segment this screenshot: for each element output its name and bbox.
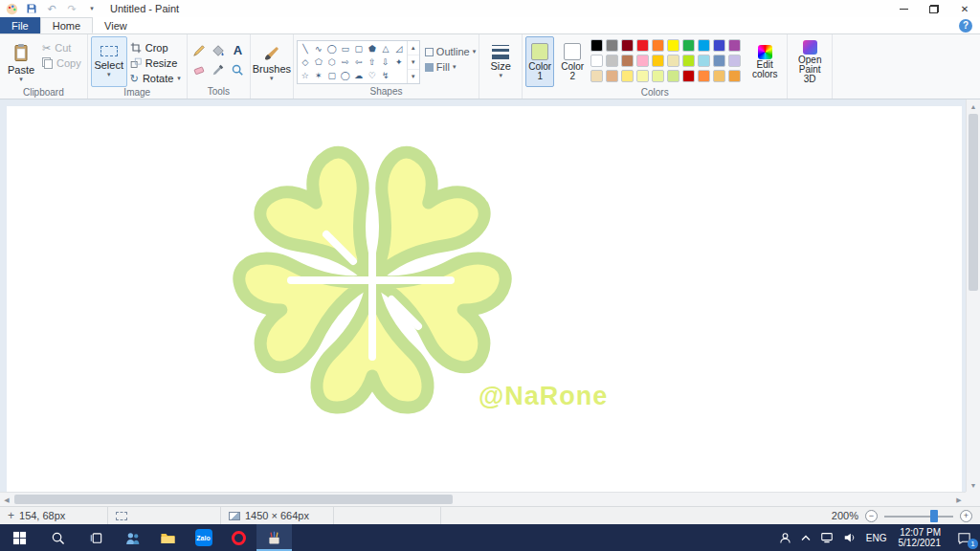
palette-swatch-0-0[interactable] (590, 39, 603, 52)
scroll-right-icon[interactable]: ▶ (952, 493, 966, 506)
shape-cell-2-0[interactable]: ☆ (299, 69, 312, 82)
zoom-in-button[interactable]: + (960, 510, 972, 522)
horizontal-scroll-thumb[interactable] (14, 495, 453, 504)
shape-cell-1-7[interactable]: ✦ (392, 55, 406, 69)
palette-swatch-1-3[interactable] (636, 55, 649, 67)
resize-button[interactable]: Resize (127, 55, 184, 71)
shape-cell-2-3[interactable]: ◯ (339, 69, 352, 82)
shape-cell-1-3[interactable]: ⇨ (339, 55, 352, 69)
shape-cell-0-3[interactable]: ▭ (339, 42, 352, 55)
shape-cell-1-0[interactable]: ◇ (299, 55, 312, 69)
magnifier-tool[interactable] (229, 60, 247, 78)
tab-view[interactable]: View (93, 17, 139, 33)
palette-swatch-0-4[interactable] (652, 39, 664, 52)
outline-button[interactable]: Outline ▾ (425, 46, 476, 57)
fill-tool[interactable] (210, 41, 228, 59)
palette-swatch-0-3[interactable] (636, 39, 649, 52)
scroll-down-icon[interactable]: ▼ (967, 478, 980, 492)
rotate-button[interactable]: ↻ Rotate ▾ (127, 71, 184, 86)
task-view-button[interactable] (77, 524, 115, 551)
shape-cell-0-7[interactable]: ◿ (392, 42, 406, 55)
shape-cell-1-5[interactable]: ⇧ (366, 55, 379, 69)
tab-file[interactable]: File (0, 17, 40, 33)
shape-cell-2-6[interactable]: ↯ (379, 69, 392, 82)
taskbar-search-button[interactable] (38, 524, 77, 551)
tab-home[interactable]: Home (40, 17, 93, 33)
select-button[interactable]: Select ▾ (91, 36, 127, 87)
palette-swatch-0-2[interactable] (621, 39, 634, 52)
help-button[interactable]: ? (959, 19, 972, 33)
shape-cell-1-4[interactable]: ⇦ (352, 55, 366, 69)
gallery-scroll-down-icon[interactable]: ▼ (408, 55, 419, 69)
cut-button[interactable]: ✂ Cut (39, 40, 84, 55)
shape-cell-0-5[interactable]: ⬟ (366, 42, 379, 55)
fill-button[interactable]: Fill ▾ (425, 61, 476, 73)
restore-button[interactable] (919, 0, 949, 17)
zoom-slider[interactable] (884, 510, 953, 522)
taskbar-opera[interactable] (221, 524, 256, 551)
shape-cell-1-2[interactable]: ⬡ (325, 55, 339, 69)
shape-cell-0-2[interactable]: ◯ (325, 42, 339, 55)
shape-cell-2-4[interactable]: ☁ (352, 69, 366, 82)
shape-cell-2-1[interactable]: ✶ (312, 69, 325, 82)
shape-cell-2-2[interactable]: ▢ (325, 69, 339, 82)
paint-canvas[interactable]: @NaRone (7, 106, 962, 492)
palette-swatch-0-9[interactable] (728, 39, 741, 52)
palette-swatch-1-4[interactable] (652, 55, 664, 67)
undo-button[interactable]: ↶ (44, 1, 59, 16)
size-button[interactable]: Size ▾ (482, 36, 519, 87)
zoom-out-button[interactable]: − (865, 510, 878, 522)
redo-button[interactable]: ↷ (64, 1, 79, 16)
tray-network-button[interactable] (815, 524, 838, 551)
pencil-tool[interactable] (190, 41, 209, 59)
taskbar-people-app[interactable] (115, 524, 150, 551)
taskbar-clock[interactable]: 12:07 PM 5/12/2021 (892, 527, 948, 548)
zoom-slider-track[interactable] (884, 516, 953, 518)
taskbar-file-explorer[interactable] (150, 524, 186, 551)
palette-swatch-2-5[interactable] (667, 70, 679, 82)
shape-cell-1-1[interactable]: ⬠ (312, 55, 325, 69)
gallery-more-icon[interactable]: ▼ (408, 69, 419, 83)
palette-swatch-1-8[interactable] (713, 55, 725, 67)
language-indicator[interactable]: ENG (861, 524, 892, 551)
palette-swatch-2-8[interactable] (713, 70, 725, 82)
scroll-left-icon[interactable]: ◀ (0, 493, 13, 506)
notification-center-button[interactable]: 1 (947, 524, 980, 551)
vertical-scroll-thumb[interactable] (969, 114, 978, 291)
gallery-scroll-up-icon[interactable]: ▲ (408, 41, 419, 55)
palette-swatch-0-5[interactable] (667, 39, 679, 52)
palette-swatch-0-1[interactable] (606, 39, 618, 52)
palette-swatch-1-6[interactable] (682, 55, 695, 67)
vertical-scrollbar[interactable]: ▲ ▼ (966, 99, 980, 492)
open-paint3d-button[interactable]: Open Paint 3D (791, 36, 829, 87)
palette-swatch-1-7[interactable] (698, 55, 710, 67)
palette-swatch-1-2[interactable] (621, 55, 634, 67)
shape-cell-2-5[interactable]: ♡ (366, 69, 379, 82)
edit-colors-button[interactable]: Edit colors (746, 36, 784, 87)
scroll-up-icon[interactable]: ▲ (967, 99, 980, 113)
palette-swatch-2-2[interactable] (621, 70, 634, 82)
shape-cell-2-7[interactable] (392, 69, 406, 82)
save-button[interactable] (24, 1, 39, 16)
shape-cell-0-0[interactable]: ╲ (299, 42, 312, 55)
palette-swatch-2-0[interactable] (590, 70, 603, 82)
shape-cell-0-1[interactable]: ∿ (312, 42, 325, 55)
tray-people-button[interactable] (774, 524, 796, 551)
minimize-button[interactable] (888, 0, 919, 17)
shape-cell-1-6[interactable]: ⇩ (379, 55, 392, 69)
shape-cell-0-4[interactable]: ▢ (352, 42, 366, 55)
palette-swatch-2-7[interactable] (698, 70, 710, 82)
palette-swatch-2-1[interactable] (606, 70, 618, 82)
palette-swatch-0-7[interactable] (698, 39, 710, 52)
color1-button[interactable]: Color 1 (525, 36, 554, 87)
paste-button[interactable]: Paste ▾ (3, 36, 39, 87)
palette-swatch-2-4[interactable] (652, 70, 664, 82)
palette-swatch-1-0[interactable] (590, 55, 603, 67)
shape-cell-0-6[interactable]: △ (379, 42, 392, 55)
taskbar-zalo[interactable]: Zalo (186, 524, 221, 551)
tray-hidden-icons-button[interactable] (796, 524, 815, 551)
quick-access-caret-icon[interactable]: ▾ (84, 1, 100, 16)
palette-swatch-0-8[interactable] (713, 39, 725, 52)
palette-swatch-1-9[interactable] (728, 55, 741, 67)
palette-swatch-2-6[interactable] (682, 70, 695, 82)
